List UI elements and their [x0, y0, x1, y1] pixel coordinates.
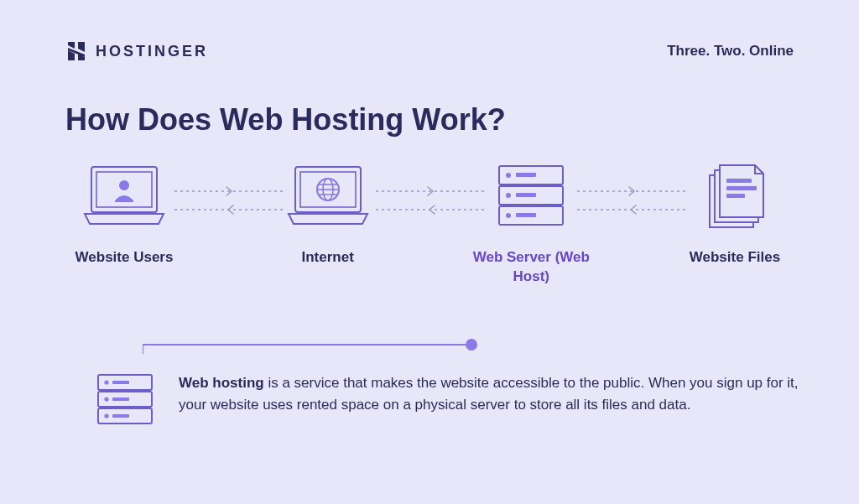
brand: HOSTINGER	[65, 40, 208, 62]
svg-point-36	[104, 397, 108, 401]
node-website-files: Website Files	[676, 159, 794, 268]
node-label: Web Server (Web Host)	[472, 248, 590, 287]
svg-rect-24	[516, 213, 536, 217]
header: HOSTINGER Three. Two. Online	[65, 40, 794, 62]
svg-point-23	[506, 213, 511, 218]
svg-rect-39	[112, 414, 129, 418]
hostinger-logo-icon	[65, 40, 87, 62]
svg-rect-20	[516, 173, 536, 177]
divider-ornament	[143, 335, 478, 354]
description-text: Web hosting is a service that makes the …	[179, 372, 799, 417]
svg-point-21	[506, 193, 511, 198]
files-stack-icon	[701, 159, 768, 233]
description-bold: Web hosting	[179, 375, 264, 391]
node-website-users: Website Users	[65, 159, 183, 268]
flow-diagram: Website Users Internet	[65, 159, 794, 287]
svg-point-19	[506, 173, 511, 178]
description-row: Web hosting is a service that makes the …	[95, 372, 809, 428]
svg-point-38	[104, 413, 108, 418]
description-rest: is a service that makes the website acce…	[179, 375, 799, 413]
page-title: How Does Web Hosting Work?	[65, 102, 506, 138]
svg-rect-35	[112, 381, 129, 384]
svg-rect-22	[516, 193, 536, 197]
server-stack-icon	[95, 372, 155, 428]
tagline: Three. Two. Online	[667, 43, 794, 60]
server-stack-icon	[494, 159, 568, 233]
node-web-server: Web Server (Web Host)	[472, 159, 590, 287]
svg-rect-27	[726, 194, 745, 198]
svg-point-30	[466, 339, 477, 351]
node-label: Internet	[301, 248, 353, 268]
node-label: Website Users	[75, 248, 174, 268]
svg-point-8	[119, 180, 129, 190]
laptop-globe-icon	[282, 159, 374, 233]
laptop-user-icon	[78, 159, 170, 233]
svg-rect-37	[112, 397, 129, 401]
svg-rect-26	[726, 186, 757, 190]
brand-name: HOSTINGER	[96, 43, 208, 60]
node-label: Website Files	[690, 248, 780, 268]
svg-point-34	[104, 380, 108, 384]
node-internet: Internet	[269, 159, 387, 268]
svg-rect-25	[726, 179, 752, 183]
